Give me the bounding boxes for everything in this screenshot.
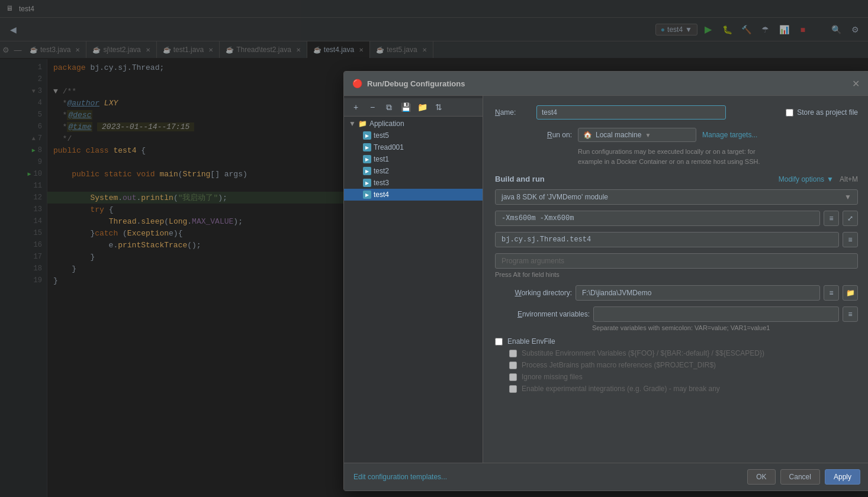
working-dir-edit-btn[interactable]: ≡	[824, 285, 839, 301]
form-name-row: Name: Store as project file	[495, 105, 858, 120]
substitute-env-checkbox[interactable]	[509, 350, 517, 357]
process-jetbrains-label: Process JetBrains path macro references …	[522, 361, 716, 369]
sort-config-btn[interactable]: ⇅	[432, 101, 446, 114]
app-config-icon: ▶	[363, 179, 371, 187]
remove-config-btn[interactable]: −	[365, 101, 380, 114]
chevron-down-icon: ▼	[349, 120, 356, 128]
experimental-row: Enable experimental integrations (e.g. G…	[509, 385, 858, 393]
vm-options-input[interactable]	[495, 211, 820, 226]
working-dir-browse-btn[interactable]: 📁	[843, 285, 858, 301]
tree-item-label: test2	[374, 167, 389, 175]
sdk-value: java 8 SDK of 'JVMDemo' module	[501, 193, 608, 201]
dialog-title: Run/Debug Configurations	[367, 79, 850, 88]
tree-item-label: test3	[374, 179, 389, 187]
env-vars-label: Environment variables:	[495, 310, 590, 318]
dialog-close-button[interactable]: ✕	[850, 78, 861, 89]
dropdown-arrow-icon: ▼	[645, 132, 651, 138]
dialog-body: + − ⧉ 💾 📁 ⇅ ▼ 📁 Application ▶ test5 ▶	[344, 96, 868, 463]
process-jetbrains-row: Process JetBrains path macro references …	[509, 361, 858, 369]
save-config-btn[interactable]: 💾	[398, 101, 413, 114]
working-dir-label: Working directory:	[495, 289, 572, 297]
program-args-input[interactable]	[495, 253, 858, 269]
vm-options-edit-btn[interactable]: ≡	[824, 211, 839, 226]
name-input[interactable]	[536, 105, 726, 120]
app-config-icon: ▶	[363, 191, 371, 199]
substitute-env-row: Substitute Environment Variables (${FOO}…	[509, 349, 858, 357]
main-class-input[interactable]	[495, 232, 839, 247]
tree-item-test4[interactable]: ▶ test4	[344, 189, 483, 201]
app-config-icon: ▶	[363, 167, 371, 175]
working-dir-input[interactable]	[576, 285, 820, 301]
env-hint: Separate variables with semicolon: VAR=v…	[592, 324, 858, 331]
modify-options-btn[interactable]: Modify options ▼ Alt+M	[779, 175, 858, 183]
substitute-env-label: Substitute Environment Variables (${FOO}…	[522, 349, 764, 357]
run-on-hint: Run configurations may be executed local…	[578, 147, 858, 166]
env-vars-row: Environment variables: ≡	[495, 306, 858, 322]
run-on-label: Run on:	[495, 131, 572, 139]
envfile-section: Enable EnvFile Substitute Environment Va…	[495, 337, 858, 393]
sdk-arrow-icon: ▼	[844, 193, 851, 201]
tree-group-application: ▼ 📁 Application ▶ test5 ▶ Tread001 ▶ tes…	[344, 117, 483, 202]
modify-options-shortcut: Alt+M	[840, 175, 858, 183]
sdk-select[interactable]: java 8 SDK of 'JVMDemo' module ▼	[495, 189, 858, 205]
config-tree: + − ⧉ 💾 📁 ⇅ ▼ 📁 Application ▶ test5 ▶	[344, 96, 483, 463]
apply-button[interactable]: Apply	[825, 469, 860, 485]
tree-group-label: Application	[369, 120, 404, 128]
build-run-section-header: Build and run Modify options ▼ Alt+M	[495, 175, 858, 183]
experimental-checkbox[interactable]	[509, 385, 517, 393]
dialog-header: 🔴 Run/Debug Configurations ✕	[344, 72, 868, 96]
app-config-icon: ▶	[363, 131, 371, 140]
main-class-row: ≡	[495, 232, 858, 247]
copy-config-btn[interactable]: ⧉	[382, 101, 396, 114]
name-label: Name:	[495, 108, 531, 117]
tree-item-label: test4	[374, 191, 389, 199]
home-icon: 🏠	[583, 131, 592, 139]
run-debug-dialog: 🔴 Run/Debug Configurations ✕ + − ⧉ 💾 📁 ⇅…	[343, 71, 868, 491]
tree-item-test2[interactable]: ▶ test2	[344, 165, 483, 177]
config-form: Name: Store as project file Run on: 🏠 Lo…	[483, 96, 868, 463]
modify-options-label: Modify options	[779, 175, 824, 183]
tree-item-test3[interactable]: ▶ test3	[344, 177, 483, 189]
enable-envfile-row: Enable EnvFile	[495, 337, 858, 346]
vm-options-row: ≡ ⤢	[495, 211, 858, 226]
tree-group-header-application[interactable]: ▼ 📁 Application	[344, 118, 483, 130]
store-label: Store as project file	[797, 108, 858, 117]
section-title: Build and run	[495, 175, 545, 183]
tree-item-label: test5	[374, 131, 389, 140]
add-config-btn[interactable]: +	[349, 101, 363, 114]
ignore-missing-label: Ignore missing files	[522, 373, 583, 381]
modify-options-arrow: ▼	[827, 175, 834, 183]
tree-item-test1[interactable]: ▶ test1	[344, 153, 483, 165]
working-dir-row: Working directory: ≡ 📁	[495, 285, 858, 301]
app-config-icon: ▶	[363, 155, 371, 163]
cancel-button[interactable]: Cancel	[780, 469, 820, 485]
folder-config-btn[interactable]: 📁	[415, 101, 429, 114]
process-jetbrains-checkbox[interactable]	[509, 362, 517, 369]
manage-targets-link[interactable]: Manage targets...	[702, 131, 757, 139]
experimental-label: Enable experimental integrations (e.g. G…	[522, 385, 720, 393]
run-on-select[interactable]: 🏠 Local machine ▼	[578, 128, 696, 142]
enable-envfile-checkbox[interactable]	[495, 338, 503, 346]
app-config-icon: ▶	[363, 143, 371, 151]
env-vars-input[interactable]	[593, 306, 839, 322]
vm-options-expand-btn[interactable]: ⤢	[843, 211, 858, 226]
run-on-value: Local machine	[596, 131, 641, 139]
tree-item-tread001[interactable]: ▶ Tread001	[344, 141, 483, 153]
ignore-missing-checkbox[interactable]	[509, 373, 517, 381]
folder-icon: 📁	[358, 120, 367, 128]
intellij-icon: 🔴	[352, 79, 362, 88]
env-vars-edit-btn[interactable]: ≡	[843, 306, 858, 322]
tree-item-label: test1	[374, 155, 389, 163]
main-class-edit-btn[interactable]: ≡	[843, 232, 858, 247]
enable-envfile-label: Enable EnvFile	[507, 337, 555, 346]
store-as-project-row: Store as project file	[786, 108, 858, 117]
ignore-missing-row: Ignore missing files	[509, 373, 858, 381]
tree-item-label: Tread001	[374, 143, 404, 151]
store-checkbox[interactable]	[786, 109, 793, 117]
tree-item-test5[interactable]: ▶ test5	[344, 130, 483, 141]
press-alt-hint: Press Alt for field hints	[495, 271, 858, 278]
edit-templates-link[interactable]: Edit configuration templates...	[353, 473, 447, 481]
ok-button[interactable]: OK	[747, 469, 775, 485]
run-on-row: Run on: 🏠 Local machine ▼ Manage targets…	[495, 128, 858, 142]
config-toolbar: + − ⧉ 💾 📁 ⇅	[344, 98, 483, 117]
